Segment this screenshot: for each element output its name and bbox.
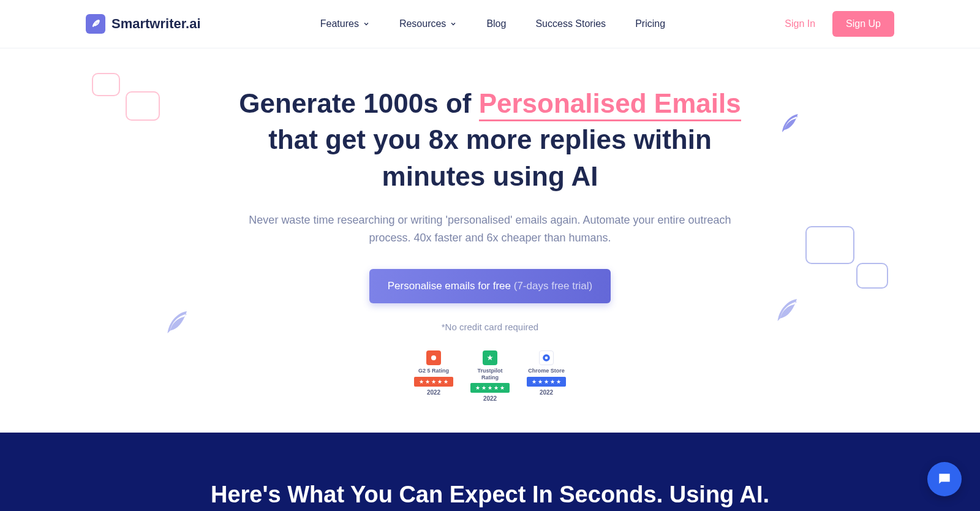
nav-label: Pricing (635, 18, 665, 29)
svg-point-1 (543, 354, 550, 361)
badge-chrome: Chrome Store ★★★★★ 2022 (525, 350, 568, 403)
nav-label: Resources (399, 18, 446, 29)
feather-icon (86, 14, 105, 34)
decoration-box (126, 91, 160, 121)
brand-name: Smartwriter.ai (111, 16, 201, 32)
auth-actions: Sign In Sign Up (785, 11, 894, 37)
badge-label: Trustpilot Rating (469, 368, 511, 381)
svg-point-0 (431, 355, 436, 360)
chat-button[interactable] (927, 462, 962, 496)
nav-pricing[interactable]: Pricing (635, 18, 665, 29)
nav-blog[interactable]: Blog (486, 18, 506, 29)
badge-stars: ★★★★★ (414, 377, 453, 387)
badge-logo-icon (426, 350, 441, 365)
sign-up-button[interactable]: Sign Up (832, 11, 894, 37)
decoration-box (92, 73, 120, 96)
nav-features[interactable]: Features (320, 18, 370, 29)
expect-section: Here's What You Can Expect In Seconds. U… (0, 433, 980, 511)
hero-section: Generate 1000s of Personalised Emails th… (0, 48, 980, 433)
badge-logo-icon (539, 350, 554, 365)
badge-stars: ★★★★★ (470, 383, 510, 393)
nav-label: Features (320, 18, 359, 29)
nav-resources[interactable]: Resources (399, 18, 457, 29)
chevron-down-icon (450, 20, 457, 28)
badge-label: Chrome Store (528, 368, 565, 374)
hero-headline: Generate 1000s of Personalised Emails th… (214, 85, 766, 194)
headline-post: that get you 8x more replies within minu… (268, 124, 712, 191)
badge-year: 2022 (540, 389, 553, 396)
headline-highlight: Personalised Emails (479, 88, 741, 121)
decoration-box (805, 226, 854, 264)
headline-pre: Generate 1000s of (239, 88, 478, 118)
decoration-box (856, 263, 888, 289)
cta-main-text: Personalise emails for free (388, 280, 514, 292)
nav-success-stories[interactable]: Success Stories (535, 18, 606, 29)
nav-label: Blog (486, 18, 506, 29)
badge-g2: G2 5 Rating ★★★★★ 2022 (412, 350, 455, 403)
section-heading: Here's What You Can Expect In Seconds. U… (0, 482, 980, 508)
badge-stars: ★★★★★ (527, 377, 566, 387)
badge-label: G2 5 Rating (418, 368, 449, 374)
chevron-down-icon (363, 20, 370, 28)
badge-trustpilot: Trustpilot Rating ★★★★★ 2022 (469, 350, 511, 403)
logo[interactable]: Smartwriter.ai (86, 14, 201, 34)
cta-button[interactable]: Personalise emails for free (7-days free… (369, 269, 611, 303)
nav-label: Success Stories (535, 18, 606, 29)
feather-icon (769, 293, 802, 327)
cta-trial-text: (7-days free trial) (514, 280, 592, 292)
hero-subtext: Never waste time researching or writing … (239, 211, 741, 247)
badge-year: 2022 (483, 395, 497, 402)
main-header: Smartwriter.ai Features Resources Blog S… (0, 0, 980, 48)
badge-logo-icon (483, 350, 497, 365)
badge-year: 2022 (427, 389, 440, 396)
svg-point-2 (545, 356, 548, 359)
feather-icon (159, 306, 192, 339)
sign-in-link[interactable]: Sign In (785, 18, 815, 29)
feather-icon (775, 110, 802, 137)
trust-badges: G2 5 Rating ★★★★★ 2022 Trustpilot Rating… (86, 350, 894, 403)
chat-icon (937, 471, 952, 487)
primary-nav: Features Resources Blog Success Stories … (320, 18, 665, 29)
